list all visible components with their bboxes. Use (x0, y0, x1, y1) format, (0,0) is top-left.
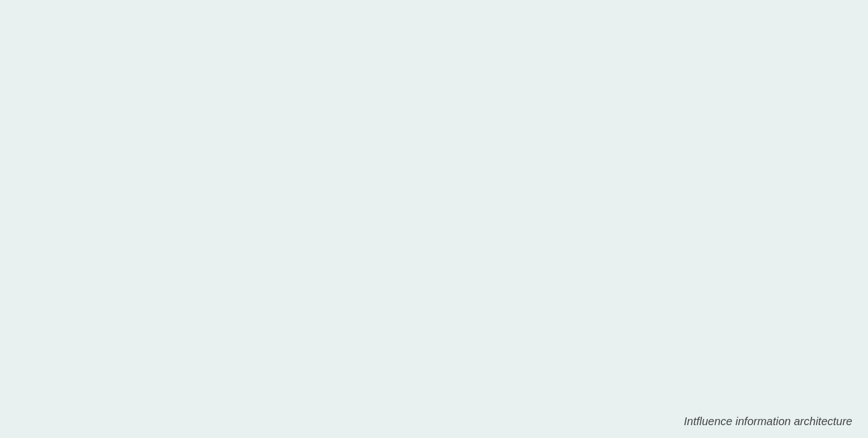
watermark: Intfluence information architecture (684, 415, 852, 428)
diagram (0, 0, 868, 438)
